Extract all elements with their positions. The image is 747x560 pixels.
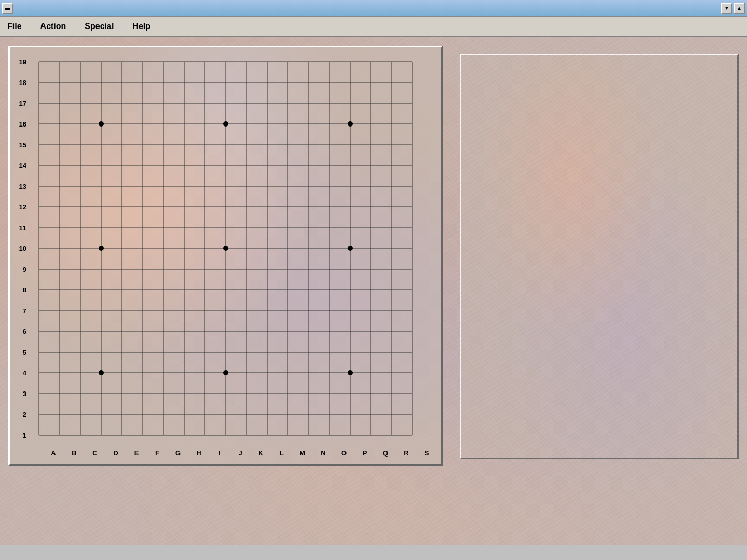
col-label-J: J xyxy=(230,449,251,457)
row-label-7: 7 xyxy=(23,300,26,321)
col-label-S: S xyxy=(417,449,437,457)
col-label-L: L xyxy=(271,449,292,457)
row-label-4: 4 xyxy=(23,362,26,383)
menu-help[interactable]: Help xyxy=(129,20,154,33)
col-label-B: B xyxy=(64,449,85,457)
col-label-E: E xyxy=(126,449,147,457)
row-label-2: 2 xyxy=(23,404,26,425)
row-label-13: 13 xyxy=(19,176,26,197)
go-board[interactable] xyxy=(29,51,423,445)
col-label-O: O xyxy=(334,449,354,457)
svg-point-44 xyxy=(348,246,353,251)
col-labels: ABCDEFGHIJKLMNOPQRS xyxy=(43,445,437,460)
col-label-Q: Q xyxy=(375,449,396,457)
row-label-5: 5 xyxy=(23,342,26,362)
col-label-D: D xyxy=(105,449,126,457)
svg-point-39 xyxy=(99,370,104,375)
svg-point-46 xyxy=(223,121,228,127)
svg-point-41 xyxy=(348,370,353,375)
menu-action[interactable]: Action xyxy=(37,20,70,33)
col-label-F: F xyxy=(147,449,168,457)
row-label-15: 15 xyxy=(19,134,26,155)
row-label-6: 6 xyxy=(23,321,26,342)
row-label-10: 10 xyxy=(19,238,26,259)
col-label-M: M xyxy=(292,449,313,457)
title-bar: ▬ ▼ ▲ xyxy=(0,0,747,17)
row-label-12: 12 xyxy=(19,197,26,217)
row-labels: 12345678910111213141516171819 xyxy=(14,51,29,445)
row-label-8: 8 xyxy=(23,279,26,300)
row-label-14: 14 xyxy=(19,155,26,176)
svg-point-47 xyxy=(348,121,353,127)
row-label-1: 1 xyxy=(23,425,26,445)
col-label-P: P xyxy=(354,449,375,457)
svg-point-40 xyxy=(223,370,228,375)
col-label-H: H xyxy=(188,449,209,457)
svg-point-42 xyxy=(99,246,104,251)
col-label-A: A xyxy=(43,449,64,457)
scroll-up-button[interactable]: ▲ xyxy=(734,3,745,14)
svg-point-45 xyxy=(99,121,104,127)
col-label-R: R xyxy=(396,449,417,457)
menu-special[interactable]: Special xyxy=(81,20,117,33)
row-label-9: 9 xyxy=(23,259,26,279)
menu-bar: File Action Special Help xyxy=(0,17,747,37)
row-label-11: 11 xyxy=(19,217,26,238)
row-label-17: 17 xyxy=(19,93,26,114)
board-inner: 12345678910111213141516171819 ABCDEFGHIJ… xyxy=(14,51,437,460)
svg-point-43 xyxy=(223,246,228,251)
menu-file[interactable]: File xyxy=(4,20,25,33)
col-label-G: G xyxy=(168,449,188,457)
scroll-down-button[interactable]: ▼ xyxy=(721,3,732,14)
row-label-3: 3 xyxy=(23,383,26,404)
col-label-N: N xyxy=(313,449,334,457)
row-label-19: 19 xyxy=(19,51,26,72)
col-label-I: I xyxy=(209,449,230,457)
side-panel xyxy=(460,54,739,459)
system-menu-button[interactable]: ▬ xyxy=(2,3,13,14)
row-label-16: 16 xyxy=(19,114,26,134)
main-area: 12345678910111213141516171819 ABCDEFGHIJ… xyxy=(0,37,747,545)
col-label-K: K xyxy=(251,449,271,457)
col-label-C: C xyxy=(85,449,105,457)
board-container: 12345678910111213141516171819 ABCDEFGHIJ… xyxy=(8,46,443,466)
row-label-18: 18 xyxy=(19,72,26,93)
